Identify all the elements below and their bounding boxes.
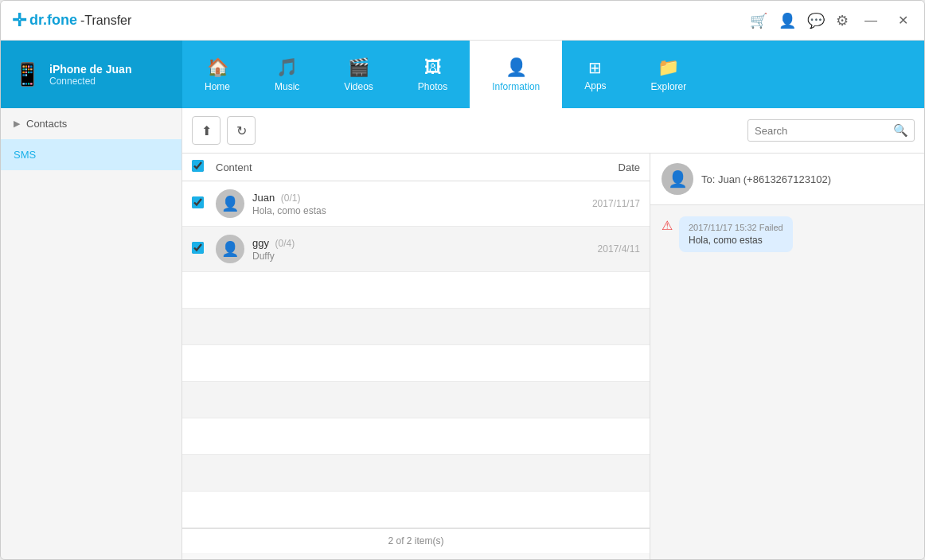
titlebar: ✛ dr.fone -Transfer 🛒 👤 💬 ⚙ — ✕ [1, 1, 924, 41]
item-count: 2 of 2 item(s) [388, 535, 443, 546]
contacts-arrow-icon: ▶ [14, 119, 20, 129]
to-number: Juan (+8613267123102) [718, 173, 831, 185]
device-status: Connected [49, 76, 131, 87]
search-box: 🔍 [747, 119, 915, 142]
tab-music[interactable]: 🎵 Music [252, 41, 322, 108]
device-panel: 📱 iPhone de Juan Connected [1, 41, 182, 108]
toolbar: ⬆ ↻ 🔍 [182, 108, 924, 154]
sms-row[interactable]: 👤 ggy (0/4) Duffy 2017/4/11 [182, 227, 650, 272]
sidebar-contacts-label: Contacts [26, 118, 67, 130]
tab-videos-label: Videos [344, 81, 373, 92]
row-2-date: 2017/4/11 [576, 243, 640, 255]
tab-home-label: Home [205, 81, 230, 92]
detail-header: 👤 To: Juan (+8613267123102) [650, 154, 924, 205]
tab-information-label: Information [492, 81, 540, 92]
search-input[interactable] [755, 125, 888, 137]
select-all-checkbox[interactable] [192, 160, 204, 172]
tab-explorer[interactable]: 📁 Explorer [629, 41, 709, 108]
row-1-name: Juan (0/1) [252, 192, 568, 204]
sidebar: ▶ Contacts SMS [1, 108, 182, 560]
empty-row [182, 455, 650, 492]
row-1-avatar: 👤 [216, 189, 244, 218]
music-icon: 🎵 [276, 57, 298, 78]
row-2-info: ggy (0/4) Duffy [252, 237, 568, 262]
row-2-checkbox-wrap [192, 242, 208, 257]
tab-apps[interactable]: ⊞ Apps [562, 41, 628, 108]
row-2-avatar: 👤 [216, 235, 244, 263]
titlebar-controls: 🛒 👤 💬 ⚙ — ✕ [750, 11, 913, 29]
sms-area: Content Date 👤 Juan (0/1) Hola, como es [182, 154, 924, 560]
tab-videos[interactable]: 🎬 Videos [322, 41, 395, 108]
message-bubble: ⚠ 2017/11/17 15:32 Failed Hola, como est… [662, 216, 913, 252]
refresh-button[interactable]: ↻ [227, 116, 256, 145]
photos-icon: 🖼 [424, 57, 442, 78]
row-1-date: 2017/11/17 [576, 198, 640, 209]
export-button[interactable]: ⬆ [192, 116, 221, 145]
tab-home[interactable]: 🏠 Home [182, 41, 252, 108]
app-name: dr.fone [29, 12, 77, 29]
tab-apps-label: Apps [584, 80, 606, 91]
cart-icon[interactable]: 🛒 [750, 12, 767, 29]
home-icon: 🏠 [207, 57, 228, 78]
tab-photos[interactable]: 🖼 Photos [396, 41, 470, 108]
device-name: iPhone de Juan [49, 63, 131, 76]
minimize-button[interactable]: — [860, 12, 882, 29]
user-icon[interactable]: 👤 [779, 12, 796, 29]
row-1-info: Juan (0/1) Hola, como estas [252, 192, 568, 216]
row-2-count: (0/4) [275, 238, 295, 249]
row-2-checkbox[interactable] [192, 242, 204, 254]
search-icon: 🔍 [893, 123, 908, 138]
navbar: 📱 iPhone de Juan Connected 🏠 Home 🎵 Musi… [1, 41, 924, 108]
app-suffix: -Transfer [80, 14, 131, 28]
sidebar-item-contacts[interactable]: ▶ Contacts [1, 108, 181, 139]
settings-icon[interactable]: ⚙ [836, 12, 849, 29]
close-button[interactable]: ✕ [893, 11, 913, 29]
empty-row [182, 492, 650, 528]
tab-explorer-label: Explorer [651, 81, 687, 92]
titlebar-left: ✛ dr.fone -Transfer [12, 10, 131, 31]
header-date-label: Date [560, 161, 640, 173]
device-icon: 📱 [14, 61, 41, 88]
header-checkbox [192, 160, 208, 174]
to-label: To: [701, 173, 715, 185]
bubble-content: 2017/11/17 15:32 Failed Hola, como estas [679, 216, 793, 252]
detail-avatar: 👤 [662, 163, 693, 195]
sidebar-sms-label: SMS [14, 149, 36, 161]
sidebar-item-sms[interactable]: SMS [1, 139, 181, 170]
header-content-label: Content [216, 161, 552, 173]
tab-photos-label: Photos [418, 81, 447, 92]
explorer-icon: 📁 [658, 57, 679, 78]
list-header: Content Date [182, 154, 650, 181]
device-info: iPhone de Juan Connected [49, 63, 131, 87]
detail-messages: ⚠ 2017/11/17 15:32 Failed Hola, como est… [650, 205, 924, 560]
row-1-checkbox[interactable] [192, 196, 204, 208]
logo-plus: ✛ [12, 10, 26, 31]
content-panel: ⬆ ↻ 🔍 Content Date [182, 108, 924, 560]
nav-tabs: 🏠 Home 🎵 Music 🎬 Videos 🖼 Photos 👤 Infor… [182, 41, 924, 108]
sms-list: Content Date 👤 Juan (0/1) Hola, como es [182, 154, 650, 560]
information-icon: 👤 [505, 57, 527, 78]
videos-icon: 🎬 [348, 57, 369, 78]
empty-row [182, 272, 650, 309]
row-2-preview: Duffy [252, 251, 568, 262]
bubble-text: Hola, como estas [689, 235, 783, 246]
empty-row [182, 418, 650, 455]
detail-to: To: Juan (+8613267123102) [701, 173, 831, 185]
apps-icon: ⊞ [588, 58, 602, 77]
main: ▶ Contacts SMS ⬆ ↻ 🔍 [1, 108, 924, 560]
error-icon: ⚠ [662, 218, 673, 233]
sms-footer: 2 of 2 item(s) [182, 528, 650, 553]
export-icon: ⬆ [201, 123, 212, 138]
bubble-meta: 2017/11/17 15:32 Failed [689, 223, 783, 232]
tab-information[interactable]: 👤 Information [470, 41, 562, 108]
chat-icon[interactable]: 💬 [807, 12, 825, 29]
empty-row [182, 345, 650, 382]
tab-music-label: Music [275, 81, 299, 92]
sms-row[interactable]: 👤 Juan (0/1) Hola, como estas 2017/11/17 [182, 181, 650, 227]
detail-panel: 👤 To: Juan (+8613267123102) ⚠ 2017/11/17… [650, 154, 924, 560]
row-1-preview: Hola, como estas [252, 205, 568, 216]
empty-row [182, 309, 650, 345]
row-1-checkbox-wrap [192, 196, 208, 212]
row-2-name: ggy (0/4) [252, 237, 568, 249]
empty-row [182, 382, 650, 418]
